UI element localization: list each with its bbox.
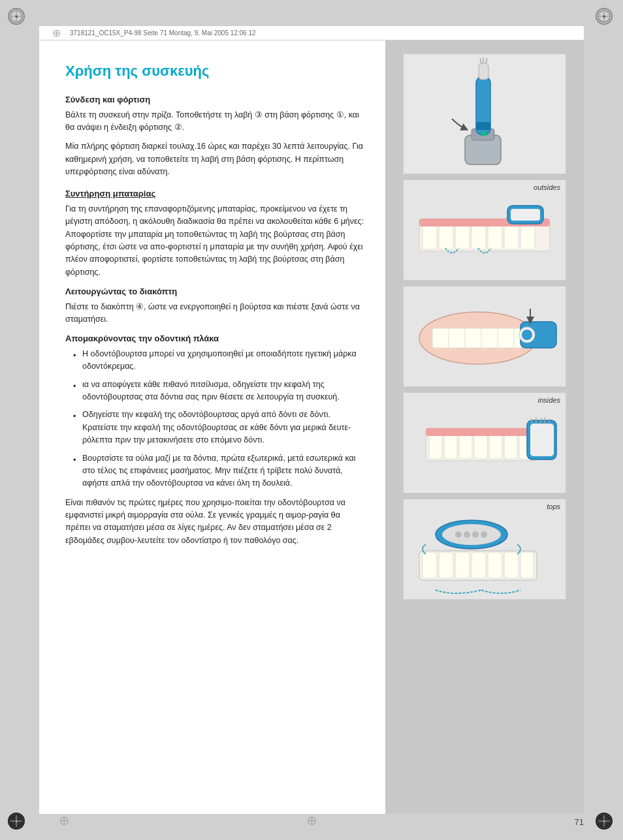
svg-rect-54 (530, 424, 554, 456)
bullet-text-4: Βουρτσίστε τα ούλα μαζί με τα δόντια, πρ… (82, 452, 366, 490)
svg-rect-66 (504, 552, 519, 578)
svg-rect-17 (476, 122, 490, 130)
paragraph-3-1: Πιέστε το διακόπτη ④, ώστε να ενεργοποιη… (65, 301, 366, 326)
corner-mark-tr (596, 8, 615, 27)
page-number: 71 (575, 817, 584, 827)
corner-mark-tl (8, 8, 27, 27)
svg-rect-52 (426, 428, 537, 436)
header-strip: ⊕ 3718121_OC15X_P4-98 Seite 71 Montag, 9… (39, 26, 584, 40)
panel-label-outsides: outsides (534, 183, 560, 191)
svg-rect-62 (439, 552, 453, 578)
svg-rect-35 (432, 328, 524, 348)
svg-rect-61 (423, 552, 437, 578)
corner-mark-br (596, 813, 615, 832)
svg-line-19 (480, 58, 481, 63)
bullet-item-4: • Βουρτσίστε τα ούλα μαζί με τα δόντια, … (73, 452, 366, 490)
svg-point-3 (15, 15, 18, 18)
corner-mark-bl (8, 813, 27, 832)
image-column: outsides (385, 40, 584, 814)
closing-paragraph: Είναι πιθανόν τις πρώτες ημέρες που χρησ… (65, 497, 366, 548)
section-battery: Συντήρηση μπαταρίας Για τη συντήρηση της… (65, 187, 366, 279)
header-crosshair-left: ⊕ (52, 27, 61, 39)
svg-point-22 (481, 132, 487, 136)
bullet-item-1: • Η οδοντόβουρτσα μπορεί να χρησιμοποιηθ… (73, 348, 366, 373)
bullet-text-2: ια να αποφύγετε κάθε πιθανό πιτσίλισμα, … (82, 379, 366, 404)
page-title: Χρήση της συσκευής (65, 60, 366, 82)
svg-point-7 (603, 15, 605, 18)
svg-rect-67 (520, 552, 534, 578)
paragraph-1-2: Μία πλήρης φόρτιση διαρκεί τουλαχ.16 ώρε… (65, 140, 366, 178)
illustration-insides (406, 396, 563, 490)
image-panel-1 (403, 54, 566, 174)
svg-point-43 (522, 330, 532, 340)
svg-rect-63 (455, 552, 470, 578)
header-text: 3718121_OC15X_P4-98 Seite 71 Montag, 9. … (70, 29, 256, 37)
section-heading-2: Συντήρηση μπαταρίας (65, 187, 366, 200)
bottom-crosshair-left: ⊕ (59, 813, 70, 828)
illustration-toothbrush-base (413, 57, 556, 171)
svg-rect-65 (488, 552, 502, 578)
section-connection: Σύνδεση και φόρτιση Βάλτε τη συσκευή στη… (65, 93, 366, 178)
bullet-item-2: • ια να αποφύγετε κάθε πιθανό πιτσίλισμα… (73, 379, 366, 404)
svg-point-72 (472, 531, 479, 538)
image-panel-2: outsides (403, 179, 566, 281)
content-area: Χρήση της συσκευής Σύνδεση και φόρτιση Β… (39, 40, 584, 814)
paragraph-2-1: Για τη συντήρηση της επαναφορτιζόμενης μ… (65, 203, 366, 279)
panel-label-insides: insides (538, 396, 560, 404)
corner-circle-tr (596, 8, 613, 25)
svg-point-70 (455, 531, 462, 538)
image-panel-5: tops (403, 499, 566, 600)
image-panel-3 (403, 286, 566, 387)
bullet-dot-2: • (73, 381, 78, 393)
bottom-crosshair-center: ⊕ (306, 813, 317, 828)
bullet-list: • Η οδοντόβουρτσα μπορεί να χρησιμοποιηθ… (73, 348, 366, 490)
section-heading-1: Σύνδεση και φόρτιση (65, 93, 366, 106)
bullet-item-3: • Οδηγείστε την κεφαλή της οδοντόβουρτσα… (73, 409, 366, 446)
bullet-text-1: Η οδοντόβουρτσα μπορεί να χρησιμοποιηθεί… (82, 348, 366, 373)
illustration-outsides (406, 183, 563, 277)
svg-rect-18 (479, 63, 488, 80)
corner-circle-tl (8, 8, 25, 25)
section-switch: Λειτουργώντας το διακόπτη Πιέστε το διακ… (65, 285, 366, 326)
bullet-text-3: Οδηγείστε την κεφαλή της οδοντόβουρτσας … (82, 409, 366, 446)
bullet-dot-3: • (73, 411, 78, 423)
illustration-tops (406, 502, 563, 597)
corner-circle-br (596, 813, 613, 830)
svg-rect-33 (511, 209, 540, 221)
svg-point-71 (464, 531, 470, 538)
svg-point-69 (442, 524, 501, 545)
svg-rect-64 (471, 552, 486, 578)
bullet-dot-4: • (73, 454, 78, 467)
bullet-dot-1: • (73, 350, 78, 362)
panel-label-tops: tops (547, 503, 560, 510)
section-plaque: Απομακρύνοντας την οδοντική πλάκα • Η οδ… (65, 332, 366, 547)
image-panel-4: insides (403, 392, 566, 493)
section-heading-4: Απομακρύνοντας την οδοντική πλάκα (65, 332, 366, 345)
section-heading-3: Λειτουργώντας το διακόπτη (65, 285, 366, 298)
text-column: Χρήση της συσκευής Σύνδεση και φόρτιση Β… (39, 40, 385, 814)
corner-circle-bl (8, 813, 25, 830)
svg-point-73 (481, 531, 487, 538)
illustration-side (406, 289, 563, 384)
svg-line-21 (486, 58, 487, 63)
paragraph-1-1: Βάλτε τη συσκευή στην πρίζα. Τοποθετήστε… (65, 109, 366, 134)
